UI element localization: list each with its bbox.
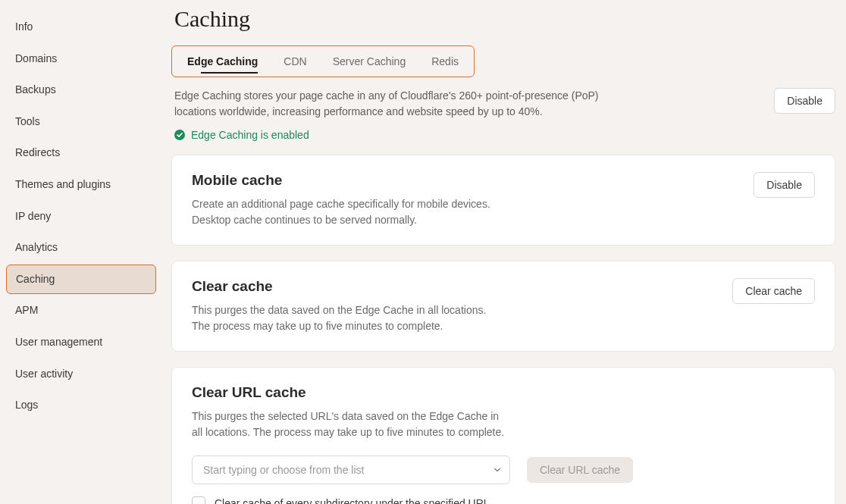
edge-caching-description: Edge Caching stores your page cache in a… (174, 88, 637, 120)
sidebar-item-user-management[interactable]: User management (0, 327, 162, 358)
tab-cdn[interactable]: CDN (284, 55, 306, 67)
sidebar-item-themes-plugins[interactable]: Themes and plugins (0, 170, 162, 200)
sidebar-item-apm[interactable]: APM (0, 296, 162, 326)
tab-edge-caching[interactable]: Edge Caching (187, 55, 258, 67)
page-title: Caching (171, 6, 846, 32)
mobile-cache-title: Mobile cache (192, 172, 490, 189)
sidebar-item-ip-deny[interactable]: IP deny (0, 202, 162, 232)
clear-subdirectory-checkbox[interactable] (192, 496, 205, 504)
check-circle-icon (174, 130, 185, 140)
clear-subdirectory-checkbox-label: Clear cache of every subdirectory under … (215, 497, 490, 504)
tab-server-caching[interactable]: Server Caching (333, 55, 406, 67)
mobile-cache-card: Mobile cache Create an additional page c… (171, 155, 835, 246)
sidebar-item-analytics[interactable]: Analytics (0, 233, 162, 263)
disable-mobile-cache-button[interactable]: Disable (754, 172, 815, 198)
sidebar-item-tools[interactable]: Tools (0, 107, 162, 137)
clear-url-cache-title: Clear URL cache (192, 384, 815, 401)
main-content: Caching Edge Caching CDN Server Caching … (162, 0, 846, 504)
edge-caching-description-row: Edge Caching stores your page cache in a… (171, 88, 846, 120)
edge-caching-status-text: Edge Caching is enabled (191, 129, 309, 141)
sidebar-item-domains[interactable]: Domains (0, 44, 162, 74)
url-input-wrap (192, 455, 510, 484)
sidebar-item-backups[interactable]: Backups (0, 75, 162, 105)
clear-cache-button[interactable]: Clear cache (732, 278, 815, 304)
clear-url-cache-button[interactable]: Clear URL cache (527, 457, 633, 483)
sidebar: Info Domains Backups Tools Redirects The… (0, 0, 162, 504)
sidebar-item-logs[interactable]: Logs (0, 390, 162, 421)
sidebar-item-caching[interactable]: Caching (6, 265, 156, 295)
tab-redis[interactable]: Redis (431, 55, 459, 67)
sidebar-item-user-activity[interactable]: User activity (0, 359, 162, 390)
disable-edge-caching-button[interactable]: Disable (774, 88, 835, 114)
url-input[interactable] (192, 455, 510, 484)
clear-cache-description: This purges the data saved on the Edge C… (192, 302, 486, 334)
tabs: Edge Caching CDN Server Caching Redis (171, 45, 475, 77)
sidebar-item-info[interactable]: Info (0, 12, 162, 42)
edge-caching-status: Edge Caching is enabled (171, 129, 846, 141)
sidebar-item-redirects[interactable]: Redirects (0, 138, 162, 168)
clear-url-cache-description: This purges the selected URL's data save… (192, 409, 815, 440)
svg-point-0 (174, 130, 185, 140)
clear-cache-card: Clear cache This purges the data saved o… (171, 261, 835, 352)
clear-url-cache-card: Clear URL cache This purges the selected… (171, 367, 835, 504)
clear-cache-title: Clear cache (192, 278, 486, 295)
mobile-cache-description: Create an additional page cache specific… (192, 196, 490, 228)
